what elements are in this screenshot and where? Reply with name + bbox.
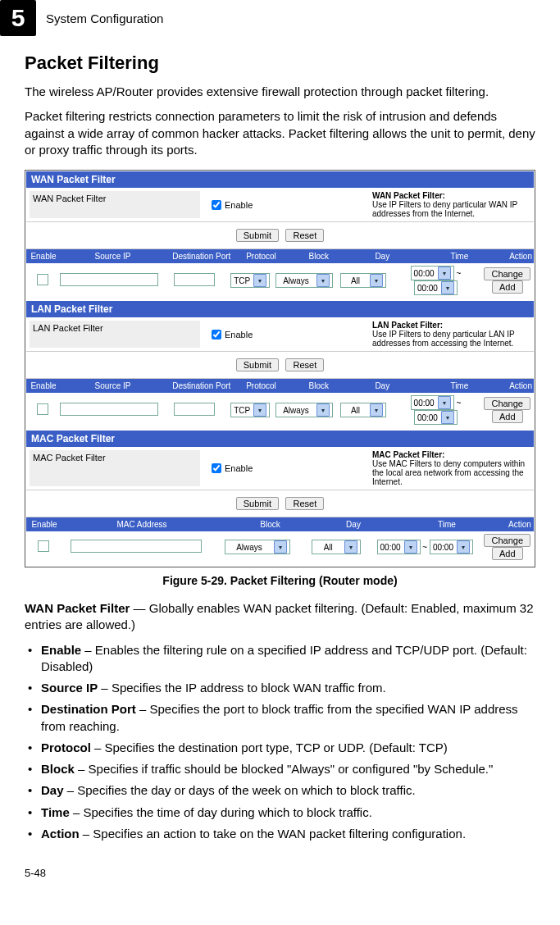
- chevron-down-icon: ▾: [457, 540, 470, 554]
- lan-protocol-select[interactable]: TCP▾: [230, 403, 270, 417]
- wan-time-end-select[interactable]: 00:00▾: [414, 280, 458, 295]
- th-action: Action: [506, 517, 534, 531]
- th-dest-port: Destination Port: [165, 379, 238, 393]
- mac-table-row: Always▾ All▾ 00:00▾ ~ 00:00▾ Change Add: [26, 531, 534, 566]
- mac-enable-checkbox[interactable]: [212, 463, 221, 473]
- chevron-down-icon: ▾: [370, 274, 383, 287]
- wan-table-row: TCP▾ Always▾ All▾ 00:00▾ ~ 00:00▾ Change…: [26, 263, 534, 301]
- wan-day-select[interactable]: All▾: [340, 273, 386, 288]
- chevron-down-icon: ▾: [316, 403, 330, 417]
- mac-enable-label: Enable: [225, 463, 253, 473]
- chapter-number: 5: [0, 0, 36, 36]
- th-time: Time: [388, 517, 506, 531]
- chevron-down-icon: ▾: [370, 403, 383, 417]
- chevron-down-icon: ▾: [344, 540, 357, 554]
- wan-row-enable-checkbox[interactable]: [37, 274, 48, 285]
- mac-help-title: MAC Packet Filter:: [372, 450, 444, 459]
- figure-caption: Figure 5-29. Packet Filtering (Router mo…: [25, 574, 535, 587]
- wan-panel-body: WAN Packet Filter Enable WAN Packet Filt…: [26, 188, 534, 222]
- tilde-separator: ~: [456, 399, 461, 408]
- mac-panel-header: MAC Packet Filter: [26, 431, 534, 447]
- lan-panel-body: LAN Packet Filter Enable LAN Packet Filt…: [26, 317, 534, 352]
- tilde-separator: ~: [422, 543, 427, 552]
- th-source-ip: Source IP: [61, 249, 165, 263]
- lan-button-row: Submit Reset: [26, 352, 534, 379]
- wan-enable-checkbox[interactable]: [212, 200, 221, 210]
- chevron-down-icon: ▾: [441, 411, 454, 424]
- mac-help-text: Use MAC Filters to deny computers within…: [372, 459, 525, 486]
- mac-enable-container: Enable: [208, 450, 372, 486]
- lan-help-title: LAN Packet Filter:: [372, 321, 443, 330]
- paragraph-2: Packet filtering restricts connection pa…: [25, 108, 535, 158]
- lan-enable-label: Enable: [225, 330, 253, 339]
- th-protocol: Protocol: [238, 379, 284, 393]
- th-block: Block: [285, 249, 354, 263]
- lan-help-text: Use IP Filters to deny particular LAN IP…: [372, 330, 515, 348]
- lan-dest-port-input[interactable]: [174, 403, 215, 416]
- wan-help-text: Use IP Filters to deny particular WAN IP…: [372, 200, 517, 218]
- lan-row-enable-checkbox[interactable]: [37, 403, 48, 415]
- wan-block-select[interactable]: Always▾: [275, 273, 333, 288]
- lan-submit-button[interactable]: Submit: [236, 358, 279, 371]
- chevron-down-icon: ▾: [438, 396, 451, 409]
- th-enable: Enable: [26, 517, 62, 531]
- chevron-down-icon: ▾: [253, 403, 266, 417]
- mac-reset-button[interactable]: Reset: [285, 497, 324, 510]
- lan-enable-checkbox[interactable]: [212, 330, 221, 339]
- bullet-destination-port: Destination Port – Specifies the port to…: [25, 701, 535, 735]
- wan-time-start-select[interactable]: 00:00▾: [411, 266, 454, 280]
- wan-change-button[interactable]: Change: [484, 267, 530, 280]
- lan-enable-container: Enable: [208, 321, 372, 348]
- th-block: Block: [221, 517, 319, 531]
- wan-add-button[interactable]: Add: [492, 280, 523, 294]
- lan-source-ip-input[interactable]: [60, 403, 158, 416]
- wan-protocol-select[interactable]: TCP▾: [230, 273, 270, 288]
- lan-add-button[interactable]: Add: [492, 410, 523, 423]
- wan-help: WAN Packet Filter: Use IP Filters to den…: [372, 191, 530, 218]
- wan-label: WAN Packet Filter: [30, 191, 200, 218]
- lan-time-end-select[interactable]: 00:00▾: [414, 410, 458, 425]
- lan-time-start-select[interactable]: 00:00▾: [411, 395, 454, 410]
- bullet-day: Day – Specifies the day or days of the w…: [25, 782, 535, 799]
- th-action: Action: [508, 249, 534, 263]
- tilde-separator: ~: [456, 269, 461, 278]
- th-enable: Enable: [26, 379, 61, 393]
- wan-help-title: WAN Packet Filter:: [372, 191, 445, 200]
- th-block: Block: [285, 379, 354, 393]
- chapter-title: System Configuration: [46, 11, 163, 25]
- th-source-ip: Source IP: [61, 379, 165, 393]
- lan-change-button[interactable]: Change: [484, 397, 530, 410]
- mac-day-select[interactable]: All▾: [312, 540, 361, 554]
- th-time: Time: [411, 379, 508, 393]
- wan-source-ip-input[interactable]: [60, 273, 158, 286]
- bullet-time: Time – Specifies the time of day during …: [25, 804, 535, 821]
- mac-add-button[interactable]: Add: [492, 547, 523, 560]
- th-day: Day: [353, 249, 411, 263]
- mac-block-select[interactable]: Always▾: [225, 540, 290, 554]
- lan-table-head: Enable Source IP Destination Port Protoc…: [26, 379, 534, 393]
- bullet-source-ip: Source IP – Specifies the IP address to …: [25, 680, 535, 696]
- lan-table-row: TCP▾ Always▾ All▾ 00:00▾ ~ 00:00▾ Change…: [26, 393, 534, 431]
- mac-time-end-select[interactable]: 00:00▾: [430, 540, 473, 554]
- lan-day-select[interactable]: All▾: [340, 403, 386, 417]
- th-protocol: Protocol: [238, 249, 284, 263]
- chevron-down-icon: ▾: [316, 274, 330, 287]
- mac-submit-button[interactable]: Submit: [236, 497, 279, 510]
- mac-address-input[interactable]: [71, 540, 202, 553]
- wan-reset-button[interactable]: Reset: [285, 229, 324, 242]
- page-number: 5-48: [25, 867, 535, 879]
- lan-label: LAN Packet Filter: [30, 321, 200, 348]
- mac-change-button[interactable]: Change: [484, 534, 530, 547]
- mac-row-enable-checkbox[interactable]: [38, 540, 49, 552]
- mac-time-start-select[interactable]: 00:00▾: [377, 540, 421, 554]
- chevron-down-icon: ▾: [253, 274, 266, 287]
- wan-submit-button[interactable]: Submit: [236, 229, 279, 242]
- wan-panel-header: WAN Packet Filter: [26, 171, 534, 188]
- wan-dest-port-input[interactable]: [174, 273, 215, 286]
- lan-help: LAN Packet Filter: Use IP Filters to den…: [372, 321, 530, 348]
- section-title: Packet Filtering: [25, 52, 535, 74]
- lan-reset-button[interactable]: Reset: [285, 358, 324, 371]
- mac-help: MAC Packet Filter: Use MAC Filters to de…: [372, 450, 530, 486]
- paragraph-1: The wireless AP/Router provides extensiv…: [25, 84, 535, 100]
- lan-block-select[interactable]: Always▾: [275, 403, 333, 417]
